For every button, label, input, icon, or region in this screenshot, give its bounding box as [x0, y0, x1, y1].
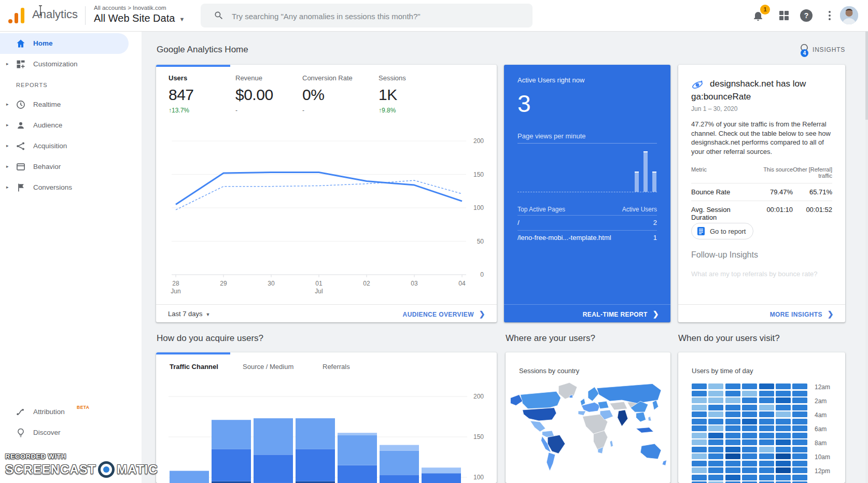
heatmap-cell [776, 453, 791, 459]
scrollbar-thumb[interactable] [865, 32, 868, 120]
metric-conversion-rate[interactable]: Conversion Rate0%- [302, 74, 353, 114]
heatmap-cell [776, 475, 791, 480]
metric-sessions[interactable]: Sessions1K↑9.8% [379, 74, 406, 114]
metric-label: Sessions [379, 74, 406, 82]
expand-caret-icon[interactable]: ▸ [6, 184, 9, 190]
google-analytics-home-screen: Analytics All accounts > Inovatik.com Al… [0, 0, 868, 483]
expand-caret-icon[interactable]: ▸ [6, 164, 9, 169]
tab-source-medium[interactable]: Source / Medium [243, 363, 293, 371]
sidebar-item-realtime[interactable]: ▸Realtime [0, 94, 142, 115]
insight-table-header-cell: Metric [691, 166, 747, 179]
metric-value: $0.00 [235, 86, 273, 104]
heatmap-cell [792, 467, 807, 473]
divider [85, 6, 86, 25]
page-title: Google Analytics Home [157, 45, 248, 55]
heatmap-cell [692, 475, 707, 480]
sidebar-item-attribution[interactable]: AttributionBETA [0, 402, 142, 422]
date-range-select[interactable]: Last 7 days▼ [168, 310, 210, 318]
report-doc-icon [697, 227, 705, 235]
heatmap-cell [692, 461, 707, 466]
expand-caret-icon[interactable]: ▸ [6, 102, 9, 107]
heatmap-cell [776, 439, 791, 445]
sidebar-item-discover[interactable]: Discover [0, 422, 142, 443]
heatmap-cell [725, 405, 740, 410]
section-title-when: When do your users visit? [678, 333, 780, 344]
heatmap-cell [792, 411, 807, 417]
sidebar-item-audience[interactable]: ▸Audience [0, 115, 142, 136]
chevron-down-icon: ▼ [206, 312, 211, 317]
heatmap-row-label: 6am [815, 425, 827, 433]
svg-text:03: 03 [411, 280, 418, 287]
sidebar-nav: Home▸CustomizationREPORTS▸Realtime▸Audie… [0, 32, 142, 483]
more-insights-link[interactable]: MORE INSIGHTS❯ [770, 310, 834, 318]
metric-users[interactable]: Users847↑13.7% [169, 74, 194, 114]
sidebar-item-behavior[interactable]: ▸Behavior [0, 157, 142, 177]
sidebar-item-conversions[interactable]: ▸Conversions [0, 177, 142, 198]
map-card: Sessions by country [506, 352, 670, 483]
heatmap-cell [776, 391, 791, 396]
property-switcher[interactable]: All Web Site Data▼ [94, 12, 185, 24]
breadcrumb[interactable]: All accounts > Inovatik.com [94, 5, 166, 11]
top-app-bar: Analytics All accounts > Inovatik.com Al… [0, 0, 868, 32]
analytics-logo-icon[interactable] [8, 8, 26, 23]
heatmap-cell [792, 475, 807, 480]
heatmap-cell [742, 433, 757, 438]
search-input[interactable] [231, 4, 523, 29]
audience-overview-link[interactable]: AUDIENCE OVERVIEW❯ [403, 310, 485, 318]
sidebar-item-acquisition[interactable]: ▸Acquisition [0, 136, 142, 157]
heatmap-card: Users by time of day 12am2am4am6am8am10a… [678, 352, 845, 483]
map-card-title: Sessions by country [519, 367, 579, 375]
pageviews-bar [635, 172, 639, 192]
sidebar-item-label: Behavior [33, 163, 61, 171]
acquisition-icon [16, 141, 26, 151]
svg-text:150: 150 [473, 433, 484, 441]
chevron-down-icon: ▼ [179, 16, 185, 22]
sidebar-item-home[interactable]: Home [0, 33, 129, 54]
kebab-menu-icon[interactable] [823, 9, 836, 22]
tab-referrals[interactable]: Referrals [323, 363, 350, 371]
insight-card: designshack.net has low ga:bounceRate Ju… [678, 65, 845, 322]
heatmap-cell [692, 391, 707, 396]
user-avatar[interactable] [840, 6, 858, 24]
heatmap-cell [692, 419, 707, 424]
heatmap-cell [708, 425, 723, 431]
metric-revenue[interactable]: Revenue$0.00- [235, 74, 273, 114]
realtime-report-link[interactable]: REAL-TIME REPORT❯ [583, 310, 659, 318]
section-title-where: Where are your users? [506, 333, 595, 344]
heatmap-cell [692, 425, 707, 431]
search-bar[interactable] [201, 4, 533, 27]
heatmap-cell [708, 447, 723, 452]
expand-caret-icon[interactable]: ▸ [6, 122, 9, 127]
customization-icon [16, 59, 26, 69]
heatmap-cell [742, 475, 757, 480]
svg-text:01: 01 [315, 280, 323, 287]
heatmap-cell [708, 475, 723, 480]
tab-traffic-channel[interactable]: Traffic Channel [170, 363, 218, 371]
heatmap-cell [742, 411, 757, 417]
heatmap-cell [692, 383, 707, 389]
discover-icon [16, 428, 26, 438]
heatmap-cell [742, 461, 757, 466]
home-icon [16, 38, 26, 49]
insight-other-value: 65.71% [793, 188, 832, 196]
heatmap-cell [759, 475, 774, 480]
metric-value: 847 [169, 86, 194, 104]
heatmap-cell [759, 433, 774, 438]
help-icon[interactable]: ? [800, 9, 813, 22]
go-to-report-button[interactable]: Go to report [691, 223, 753, 239]
conversions-icon [16, 182, 26, 193]
expand-caret-icon[interactable]: ▸ [6, 61, 9, 66]
heatmap-cell [792, 383, 807, 389]
expand-caret-icon[interactable]: ▸ [6, 143, 9, 148]
metric-label: Revenue [235, 74, 273, 82]
heatmap-cell [792, 405, 807, 410]
heatmap-row-label: 12pm [815, 467, 830, 475]
insight-date-range: Jun 1 – 30, 2020 [691, 105, 737, 112]
heatmap-cell [792, 419, 807, 424]
heatmap-cell [708, 383, 723, 389]
heatmap-cell [792, 391, 807, 396]
heatmap-cell [725, 419, 740, 424]
attribution-icon [16, 407, 26, 417]
sidebar-item-customization[interactable]: ▸Customization [0, 54, 142, 75]
google-apps-grid-icon[interactable] [778, 9, 790, 22]
